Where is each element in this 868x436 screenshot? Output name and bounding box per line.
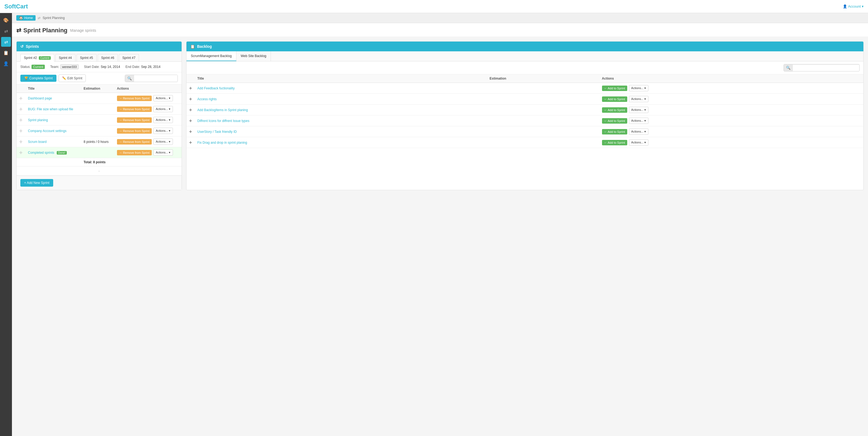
remove-from-sprint-button[interactable]: → Remove from Sprint [117,150,152,155]
backlog-item-estimation [487,83,599,94]
sidebar-icon-refresh[interactable]: ⇄ [1,26,11,36]
remove-from-sprint-button[interactable]: → Remove from Sprint [117,96,152,101]
sprint-tab-7[interactable]: Sprint #7 [119,54,139,61]
drag-handle[interactable]: ✛ [19,129,23,133]
backlog-item-title[interactable]: Fix Drag and drop in sprint planing [197,141,247,145]
page-title-icon: ⇄ [16,27,21,34]
breadcrumb-separator: ⇄ [38,16,40,20]
sidebar-icon-sprint[interactable]: ⇄ [1,37,11,47]
sprint-search-input[interactable] [134,75,178,82]
end-date-info: End Date: Sep 28, 2014 [125,65,160,69]
backlog-item-estimation [487,94,599,105]
actions-dropdown-button[interactable]: Actions... ▾ [153,149,173,156]
account-link[interactable]: 👤 Account ▾ [843,4,864,8]
backlog-search-box: 🔍 [783,64,860,71]
actions-dropdown-button[interactable]: Actions... ▾ [153,95,173,101]
sprint-item-title[interactable]: BUG: File size when upload file [28,107,73,111]
actions-dropdown-button[interactable]: Actions... ▾ [153,128,173,134]
drag-handle[interactable]: ✛ [19,96,23,100]
table-row: ✛ Completed sprints Done! → Remove from … [17,147,182,158]
done-badge: Done! [57,151,67,154]
sprints-icon: ↺ [20,44,24,49]
main-content: 🏠 Home ⇄ Sprint Planning ⇄ Sprint Planni… [12,13,868,195]
sprint-item-actions: → Remove from Sprint Actions... ▾ [117,117,179,123]
backlog-item-actions: ← Add to Sprint Actions... ▾ [602,118,861,124]
breadcrumb-current: Sprint Planning [42,16,65,20]
sprint-item-estimation [81,93,114,104]
remove-from-sprint-button[interactable]: → Remove from Sprint [117,107,152,112]
actions-dropdown-button[interactable]: Actions... ▾ [629,139,648,146]
table-row: ✛ Add BacklogItems in Sprint planing ← A… [186,105,863,115]
sprint-item-title[interactable]: Dashboard page [28,96,52,100]
backlog-tab-website[interactable]: Web Site Backlog [237,51,271,61]
edit-sprint-button[interactable]: ✏️ Edit Sprint [59,75,86,82]
sprint-tab-5[interactable]: Sprint #5 [76,54,97,61]
actions-dropdown-button[interactable]: Actions... ▾ [153,139,173,145]
drag-handle[interactable]: ✛ [19,150,23,155]
actions-dropdown-button[interactable]: Actions... ▾ [153,117,173,123]
drag-handle[interactable]: ✛ [19,140,23,144]
add-to-sprint-button[interactable]: ← Add to Sprint [602,107,627,113]
add-new-sprint-button[interactable]: + Add New Sprint [20,179,53,186]
backlog-item-title[interactable]: Access rights [197,97,217,101]
sprint-tab-6[interactable]: Sprint #6 [98,54,118,61]
backlog-item-title[interactable]: Add BacklogItems in Sprint planing [197,108,248,112]
backlog-item-estimation [487,105,599,115]
sprint-tab-4[interactable]: Sprint #4 [55,54,75,61]
sprint-item-actions: → Remove from Sprint Actions... ▾ [117,95,179,101]
remove-from-sprint-button[interactable]: → Remove from Sprint [117,128,152,134]
actions-dropdown-button[interactable]: Actions... ▾ [629,118,648,124]
sprint-item-title[interactable]: Scrum board [28,140,47,144]
actions-dropdown-button[interactable]: Actions... ▾ [153,106,173,112]
sprint-search-button[interactable]: 🔍 [125,75,134,82]
backlog-icon: 📋 [190,44,195,49]
drag-handle[interactable]: ✛ [189,119,192,123]
actions-dropdown-button[interactable]: Actions... ▾ [629,128,648,135]
add-to-sprint-button[interactable]: ← Add to Sprint [602,140,627,145]
edit-icon: ✏️ [62,76,66,80]
backlog-item-title[interactable]: Add Feedback fuctionality [197,86,235,90]
col-title: Title [195,75,487,83]
actions-dropdown-button[interactable]: Actions... ▾ [629,107,648,113]
drag-handle[interactable]: ✛ [189,130,192,134]
drag-handle[interactable]: ✛ [19,118,23,122]
backlog-item-title[interactable]: UserStory / Task friendly ID [197,130,237,134]
sprint-tab-2[interactable]: Sprint #2 Current [20,54,54,62]
add-to-sprint-button[interactable]: ← Add to Sprint [602,129,627,135]
table-row: ✛ Sprint planing → Remove from Sprint Ac… [17,115,182,125]
add-to-sprint-button[interactable]: ← Add to Sprint [602,96,627,102]
drag-handle[interactable]: ✛ [189,97,192,101]
add-to-sprint-button[interactable]: ← Add to Sprint [602,118,627,124]
backlog-tab-scrum[interactable]: ScrumManagement Backlog [186,51,237,61]
add-to-sprint-button[interactable]: ← Add to Sprint [602,86,627,91]
sidebar-icon-briefcase[interactable]: 📋 [1,48,11,58]
home-breadcrumb[interactable]: 🏠 Home [16,15,36,21]
table-row: ✛ Diffrent Icons for diffrent Issue type… [186,115,863,126]
remove-from-sprint-button[interactable]: → Remove from Sprint [117,117,152,123]
backlog-item-title[interactable]: Diffrent Icons for diffrent Issue types [197,119,249,123]
sprint-item-actions: → Remove from Sprint Actions... ▾ [117,106,179,112]
table-row: ✛ Add Feedback fuctionality ← Add to Spr… [186,83,863,94]
actions-dropdown-button[interactable]: Actions... ▾ [629,96,648,102]
backlog-panel-header: 📋 Backlog [186,41,863,51]
backlog-item-actions: ← Add to Sprint Actions... ▾ [602,139,861,146]
sprint-item-title[interactable]: Sprint planing [28,118,48,122]
remove-from-sprint-button[interactable]: → Remove from Sprint [117,139,152,145]
backlog-search-input[interactable] [793,65,859,71]
complete-sprint-button[interactable]: 🏆 Complete Sprint [20,75,57,82]
drag-handle[interactable]: ✛ [189,108,192,112]
sidebar-icon-palette[interactable]: 🎨 [1,15,11,25]
sprint-item-estimation [81,125,114,136]
sidebar-icon-user[interactable]: 👤 [1,59,11,68]
backlog-search-area: 🔍 [186,61,863,75]
col-drag [17,85,25,93]
drag-handle[interactable]: ✛ [19,107,23,111]
drag-handle[interactable]: ✛ [189,86,192,90]
drag-handle[interactable]: ✛ [189,141,192,145]
col-estimation: Estimation [487,75,599,83]
total-value: Total: 8 points [81,158,114,167]
actions-dropdown-button[interactable]: Actions... ▾ [629,85,648,91]
backlog-search-button[interactable]: 🔍 [784,64,793,71]
sprint-item-title[interactable]: Company Account settings [28,129,66,133]
sprint-item-title[interactable]: Completed sprints [28,151,54,154]
